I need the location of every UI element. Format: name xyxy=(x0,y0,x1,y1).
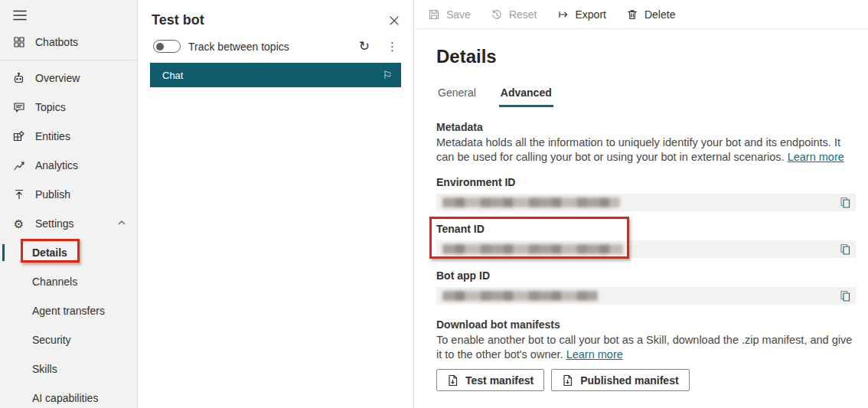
manifest-buttons-row: Test manifest Published manifest xyxy=(436,369,856,391)
hamburger-icon xyxy=(13,10,27,21)
copy-icon xyxy=(839,243,852,256)
details-content: Details General Advanced Metadata Metada… xyxy=(414,29,868,391)
copy-button[interactable] xyxy=(839,289,852,303)
metadata-heading: Metadata xyxy=(436,121,856,133)
manifests-description: To enable another bot to call your bot a… xyxy=(436,333,856,362)
history-icon xyxy=(491,8,503,21)
sidebar-item-label: Topics xyxy=(35,101,66,113)
test-bot-title: Test bot xyxy=(152,12,204,28)
sidebar-item-topics[interactable]: Topics xyxy=(0,93,137,122)
sidebar-item-publish[interactable]: Publish xyxy=(0,180,137,209)
test-bot-panel: Test bot Track between topics ↻ ⋮ Chat ⚐ xyxy=(138,0,414,408)
page-title: Details xyxy=(436,46,856,67)
track-between-topics-toggle[interactable] xyxy=(153,40,181,53)
save-button[interactable]: Save xyxy=(428,8,471,21)
sidebar-item-settings[interactable]: ⚙ Settings xyxy=(0,209,137,238)
toggle-knob xyxy=(156,43,164,51)
sidebar-item-agent-transfers[interactable]: Agent transfers xyxy=(0,296,137,325)
comment-icon xyxy=(12,101,25,113)
test-manifest-button[interactable]: Test manifest xyxy=(436,369,544,391)
environment-id-label: Environment ID xyxy=(436,176,856,188)
metadata-description-text: Metadata holds all the information to un… xyxy=(436,136,840,163)
hamburger-menu-button[interactable] xyxy=(0,0,137,28)
sidebar-item-ai-capabilities[interactable]: AI capabilities xyxy=(0,384,137,408)
sidebar-item-label: Entities xyxy=(35,130,70,142)
refresh-icon[interactable]: ↻ xyxy=(359,40,370,53)
tab-bar: General Advanced xyxy=(436,85,856,107)
metadata-description: Metadata holds all the information to un… xyxy=(436,135,856,165)
publish-icon xyxy=(12,188,25,201)
toolbar-button-label: Reset xyxy=(509,8,537,21)
sidebar-item-skills[interactable]: Skills xyxy=(0,354,137,384)
manifests-description-text: To enable another bot to call your bot a… xyxy=(436,334,852,361)
toolbar-button-label: Export xyxy=(576,8,606,21)
bot-app-id-field[interactable] xyxy=(436,287,856,305)
copy-button[interactable] xyxy=(839,196,852,210)
close-icon xyxy=(389,15,400,26)
chat-header-label: Chat xyxy=(162,70,183,81)
sidebar-item-analytics[interactable]: Analytics xyxy=(0,151,137,180)
copy-icon xyxy=(839,196,852,210)
sidebar-subitem-label: Channels xyxy=(32,276,77,288)
reset-button[interactable]: Reset xyxy=(491,8,537,21)
redacted-value xyxy=(442,197,620,207)
gear-icon: ⚙ xyxy=(12,218,25,230)
published-manifest-button[interactable]: Published manifest xyxy=(551,369,689,391)
download-document-icon xyxy=(447,374,458,387)
sidebar-item-label: Overview xyxy=(35,72,80,84)
environment-id-field[interactable] xyxy=(436,194,856,211)
sidebar-item-label: Chatbots xyxy=(35,36,78,48)
trash-icon xyxy=(626,8,638,21)
chevron-up-icon xyxy=(117,217,126,230)
sidebar: Chatbots Overview Topics Entities A xyxy=(0,0,138,408)
delete-button[interactable]: Delete xyxy=(626,8,675,21)
chat-header-bar[interactable]: Chat ⚐ xyxy=(150,63,401,87)
sidebar-subitem-label: Security xyxy=(32,334,71,346)
command-toolbar: Save Reset Export Delete xyxy=(414,0,868,29)
tenant-id-label: Tenant ID xyxy=(436,223,856,235)
button-label: Published manifest xyxy=(580,374,678,387)
sidebar-item-chatbots[interactable]: Chatbots xyxy=(0,28,137,57)
grid-icon xyxy=(12,36,25,48)
bot-app-id-label: Bot app ID xyxy=(436,269,856,282)
sidebar-item-label: Publish xyxy=(35,188,70,201)
redacted-value xyxy=(442,244,623,254)
learn-more-link[interactable]: Learn more xyxy=(566,348,623,361)
tenant-id-field[interactable] xyxy=(436,240,856,258)
export-icon xyxy=(557,8,569,21)
bot-icon xyxy=(12,72,25,85)
manifests-heading: Download bot manifests xyxy=(436,318,856,331)
more-options-icon[interactable]: ⋮ xyxy=(383,41,401,52)
analytics-icon xyxy=(12,159,25,171)
sidebar-subitem-label: Agent transfers xyxy=(32,305,105,317)
sidebar-subitem-label: Details xyxy=(32,246,67,259)
sidebar-item-label: Settings xyxy=(35,217,74,230)
flag-icon[interactable]: ⚐ xyxy=(382,69,392,81)
toolbar-button-label: Delete xyxy=(644,8,675,21)
toolbar-button-label: Save xyxy=(446,8,471,21)
entities-icon xyxy=(12,130,25,143)
sidebar-divider xyxy=(0,60,137,60)
learn-more-link[interactable]: Learn more xyxy=(788,151,844,163)
sidebar-item-entities[interactable]: Entities xyxy=(0,122,137,151)
sidebar-subitem-label: Skills xyxy=(32,363,57,375)
tab-general[interactable]: General xyxy=(436,85,478,107)
copy-button[interactable] xyxy=(839,243,852,256)
sidebar-item-overview[interactable]: Overview xyxy=(0,64,137,93)
redacted-value xyxy=(442,291,598,301)
tab-advanced[interactable]: Advanced xyxy=(499,85,553,107)
sidebar-item-channels[interactable]: Channels xyxy=(0,267,137,296)
sidebar-item-security[interactable]: Security xyxy=(0,325,137,354)
close-button[interactable] xyxy=(387,14,401,30)
copy-icon xyxy=(839,289,852,303)
button-label: Test manifest xyxy=(465,374,534,387)
app-window: Chatbots Overview Topics Entities A xyxy=(0,0,868,408)
toggle-label: Track between topics xyxy=(188,41,289,53)
export-button[interactable]: Export xyxy=(557,8,606,21)
sidebar-item-details[interactable]: Details xyxy=(0,238,137,267)
save-icon xyxy=(428,8,440,21)
main-panel: Save Reset Export Delete Details General… xyxy=(414,0,868,408)
sidebar-item-label: Analytics xyxy=(35,159,78,171)
download-document-icon xyxy=(562,374,573,387)
sidebar-subitem-label: AI capabilities xyxy=(32,392,98,404)
